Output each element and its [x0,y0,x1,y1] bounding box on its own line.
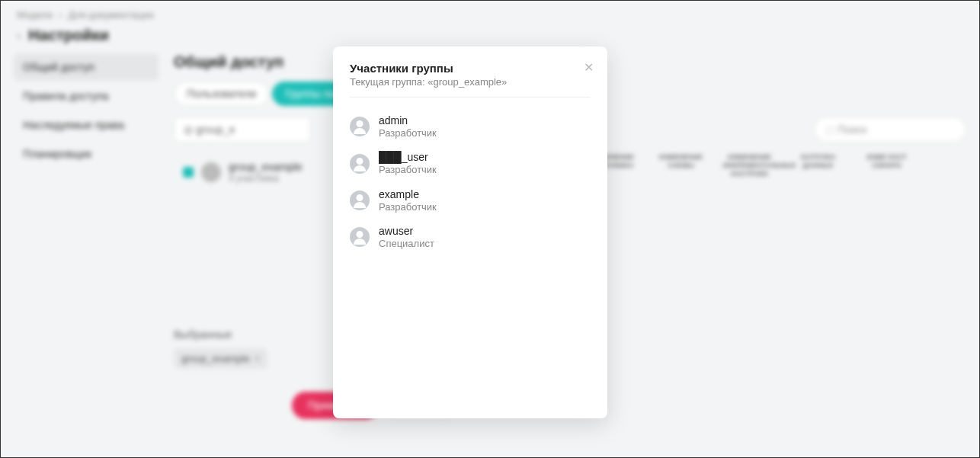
th: ИЗМЕ НАСТ СИНХРО [860,153,914,178]
sidebar-item-label: Наследуемые права [23,119,124,131]
filter-value: group_e [196,123,235,136]
member-name: admin [379,114,437,127]
checkbox-icon[interactable] [183,167,194,178]
tab-users[interactable]: Пользователи [174,82,269,106]
modal-title: Участники группы [350,62,591,75]
group-subtitle: 4 участника [229,173,303,184]
member-role: Разработчик [379,127,437,139]
selected-chip[interactable]: group_example × [174,348,267,369]
list-item[interactable]: example Разработчик [350,182,591,219]
avatar-icon [350,227,370,247]
breadcrumb: Модели › Для документации [2,2,978,24]
modal-subtitle: Текущая группа: «group_example» [350,76,591,98]
sidebar: Общий доступ Правила доступа Наследуемые… [14,53,159,419]
page-title: Настройки [28,27,109,44]
list-item[interactable]: admin Разработчик [350,108,591,145]
group-members-modal: ✕ Участники группы Текущая группа: «grou… [333,46,607,418]
avatar-icon [350,154,370,174]
list-item[interactable]: awuser Специалист [350,219,591,255]
member-name: awuser [379,225,434,238]
sidebar-item-label: Правила доступа [23,90,109,102]
th: ЗАГРУЗКА ДАННЫХ [792,153,845,178]
breadcrumb-item[interactable]: Для документации [69,9,154,21]
sidebar-item-label: Общий доступ [23,61,94,73]
member-role: Специалист [379,238,434,250]
avatar-icon [350,117,370,136]
member-name: ███_user [379,151,437,164]
sidebar-item-access[interactable]: Общий доступ [14,53,159,81]
group-filter-input[interactable]: ◎ group_e [174,117,311,143]
member-list: admin Разработчик ███_user Разработчик e… [350,108,591,256]
chip-remove-icon[interactable]: × [255,353,261,364]
breadcrumb-separator: › [59,9,62,21]
th: ИЗМЕНЕНИЕ СХЕМЫ [655,153,708,178]
member-role: Разработчик [379,164,437,176]
tab-label: Пользователи [187,88,256,100]
close-icon[interactable]: ✕ [584,60,594,75]
breadcrumb-item[interactable]: Модели [17,9,53,21]
back-chevron-icon[interactable]: ‹ [17,29,21,43]
avatar-icon [350,191,370,210]
sidebar-item-rules[interactable]: Правила доступа [14,82,159,110]
sidebar-item-inherited[interactable]: Наследуемые права [14,111,159,139]
group-name: group_example [229,161,303,173]
group-row[interactable]: group_example 4 участника [174,153,312,191]
sidebar-item-scheduler[interactable]: Планировщик [14,140,159,168]
member-name: example [379,188,437,201]
group-avatar-icon [201,162,221,182]
sidebar-item-label: Планировщик [23,148,91,160]
list-item[interactable]: ███_user Разработчик [350,145,591,181]
search-input[interactable]: ◌ Поиск [814,117,966,143]
search-placeholder: Поиск [837,123,867,136]
member-role: Разработчик [379,201,437,213]
chip-label: group_example [181,353,250,364]
th: ИЗМЕНЕНИЕ ИНКРЕМЕНТАЛЬНЫХ НАСТРОЕК [723,153,777,178]
